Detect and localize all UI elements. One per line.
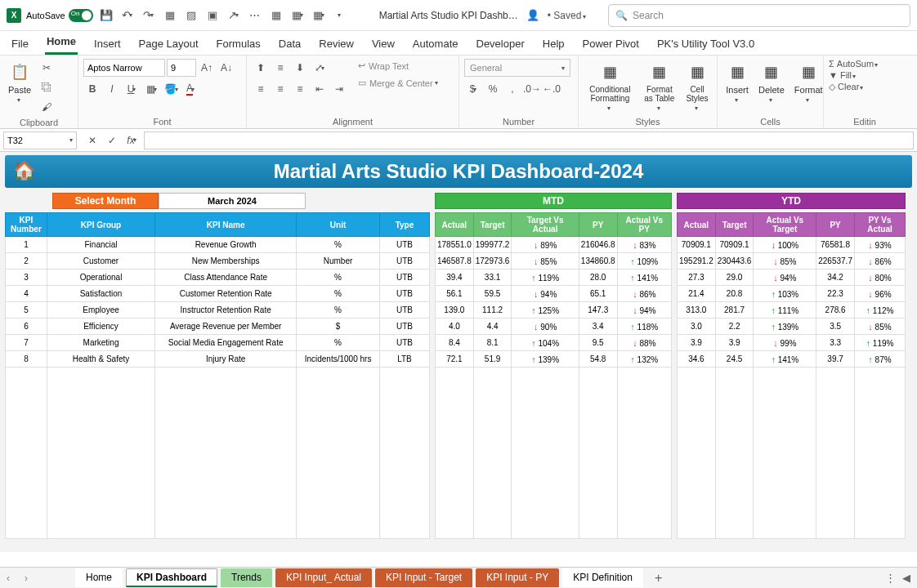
table-row[interactable]: 4SatisfactionCustomer Retention Rate%UTB bbox=[6, 286, 430, 302]
add-sheet-icon[interactable]: + bbox=[648, 571, 669, 586]
font-size-input[interactable] bbox=[167, 59, 196, 77]
month-value[interactable]: March 2024 bbox=[159, 193, 306, 209]
conditional-formatting-button[interactable]: ▦Conditional Formatting▾ bbox=[584, 59, 637, 114]
sheet-tab-kpi-definition[interactable]: KPI Definition bbox=[562, 568, 643, 587]
table-row[interactable]: 195291.2230443.6↓ 85%226537.7↓ 86% bbox=[678, 253, 906, 270]
decrease-font-icon[interactable]: A↓ bbox=[217, 59, 235, 77]
qa-icon2[interactable]: ▨ bbox=[183, 7, 199, 24]
sheet-tab-kpi-input-actual[interactable]: KPI Input_ Actual bbox=[275, 568, 372, 587]
prev-sheet-icon[interactable]: ‹ bbox=[7, 572, 20, 584]
ribbon-tab-formulas[interactable]: Formulas bbox=[215, 34, 262, 55]
table-row[interactable]: 6EfficiencyAverage Revenue per Member$UT… bbox=[6, 318, 430, 335]
formula-input[interactable] bbox=[144, 131, 914, 149]
table-row[interactable]: 34.624.5↑ 141%39.7↑ 87% bbox=[678, 351, 906, 368]
ribbon-tab-insert[interactable]: Insert bbox=[92, 34, 123, 55]
ribbon-tab-help[interactable]: Help bbox=[541, 34, 566, 55]
table-row[interactable]: 5EmployeeInstructor Retention Rate%UTB bbox=[6, 302, 430, 318]
sheet-tab-home[interactable]: Home bbox=[75, 568, 123, 587]
table-row[interactable]: 8Health & SafetyInjury RateIncidents/100… bbox=[6, 351, 430, 368]
table-row[interactable]: 27.329.0↓ 94%34.2↓ 80% bbox=[678, 270, 906, 286]
cancel-icon[interactable]: ✕ bbox=[83, 131, 101, 149]
qa-icon3[interactable]: ▣ bbox=[204, 7, 221, 24]
home-icon[interactable]: 🏠 bbox=[13, 160, 35, 181]
align-center-icon[interactable]: ≡ bbox=[271, 80, 289, 98]
table-row[interactable]: 39.433.1↑ 119%28.0↑ 141% bbox=[436, 270, 672, 286]
underline-icon[interactable]: U▾ bbox=[123, 80, 141, 98]
table-row[interactable]: 7MarketingSocial Media Engagement Rate%U… bbox=[6, 335, 430, 351]
scroll-left-icon[interactable]: ◀ bbox=[902, 572, 910, 584]
qa-icon[interactable]: ▦ bbox=[162, 7, 178, 24]
tab-options-icon[interactable]: ⋮ bbox=[885, 572, 896, 584]
qa-icon8[interactable]: ▦▾ bbox=[311, 7, 327, 24]
increase-indent-icon[interactable]: ⇥ bbox=[330, 80, 348, 98]
increase-font-icon[interactable]: A↑ bbox=[198, 59, 216, 77]
name-box[interactable]: T32▾ bbox=[3, 131, 77, 149]
sheet-tab-kpi-input-py[interactable]: KPI Input - PY bbox=[476, 568, 559, 587]
autosum-button[interactable]: Σ AutoSum ▾ bbox=[829, 59, 878, 69]
table-row[interactable]: 313.0281.7↑ 111%278.6↑ 112% bbox=[678, 302, 906, 318]
merge-center-button[interactable]: ▭ Merge & Center ▾ bbox=[356, 76, 440, 90]
decrease-decimal-icon[interactable]: ←.0 bbox=[543, 80, 561, 98]
autosave-toggle[interactable]: AutoSave On bbox=[26, 9, 93, 22]
insert-button[interactable]: ▦Insert▾ bbox=[722, 59, 752, 105]
toggle-switch[interactable]: On bbox=[69, 9, 93, 22]
ribbon-tab-pk-s-utility-tool-v3-0[interactable]: PK's Utility Tool V3.0 bbox=[655, 34, 756, 55]
table-row[interactable]: 178551.0199977.2↓ 89%216046.8↓ 83% bbox=[436, 237, 672, 253]
ribbon-tab-home[interactable]: Home bbox=[45, 32, 78, 55]
cell-styles-button[interactable]: ▦Cell Styles▾ bbox=[682, 59, 712, 114]
format-painter-icon[interactable]: 🖌 bbox=[38, 98, 56, 116]
comma-icon[interactable]: , bbox=[503, 80, 521, 98]
qa-icon6[interactable]: ▦ bbox=[268, 7, 284, 24]
worksheet-area[interactable]: 🏠 Martial Arts Studio KPI Dashboard-2024… bbox=[0, 152, 917, 552]
table-row[interactable]: 3.93.9↓ 99%3.3↑ 119% bbox=[678, 335, 906, 351]
copy-icon[interactable]: ⿻ bbox=[38, 78, 56, 96]
fill-button[interactable]: ▼ Fill ▾ bbox=[829, 70, 878, 80]
table-row[interactable]: 4.04.4↓ 90%3.4↑ 118% bbox=[436, 318, 672, 335]
delete-button[interactable]: ▦Delete▾ bbox=[755, 59, 788, 105]
next-sheet-icon[interactable]: › bbox=[25, 572, 38, 584]
ribbon-tab-power-pivot[interactable]: Power Pivot bbox=[581, 34, 641, 55]
qa-icon5[interactable]: ⋯ bbox=[247, 7, 263, 24]
percent-icon[interactable]: % bbox=[484, 80, 502, 98]
table-row[interactable]: 72.151.9↑ 139%54.8↑ 132% bbox=[436, 351, 672, 368]
enter-icon[interactable]: ✓ bbox=[103, 131, 121, 149]
table-row[interactable]: 1FinancialRevenue Growth%UTB bbox=[6, 237, 430, 253]
table-row[interactable]: 3OperationalClass Attendance Rate%UTB bbox=[6, 270, 430, 286]
align-left-icon[interactable]: ≡ bbox=[252, 80, 270, 98]
clear-button[interactable]: ◇ Clear ▾ bbox=[829, 82, 878, 92]
align-bottom-icon[interactable]: ⬇ bbox=[291, 59, 309, 77]
ribbon-tab-automate[interactable]: Automate bbox=[411, 34, 460, 55]
qa-icon4[interactable]: ↗▾ bbox=[226, 7, 242, 24]
ribbon-tab-data[interactable]: Data bbox=[277, 34, 302, 55]
currency-icon[interactable]: $▾ bbox=[464, 80, 482, 98]
align-right-icon[interactable]: ≡ bbox=[291, 80, 309, 98]
border-icon[interactable]: ▦▾ bbox=[142, 80, 160, 98]
table-row[interactable]: 2CustomerNew MembershipsNumberUTB bbox=[6, 253, 430, 270]
bold-icon[interactable]: B bbox=[83, 80, 101, 98]
qa-icon7[interactable]: ▦▾ bbox=[289, 7, 306, 24]
wrap-text-button[interactable]: ↩ Wrap Text bbox=[356, 59, 440, 73]
ribbon-tab-file[interactable]: File bbox=[10, 34, 30, 55]
italic-icon[interactable]: I bbox=[103, 80, 121, 98]
redo-icon[interactable]: ↷▾ bbox=[141, 7, 157, 24]
format-button[interactable]: ▦Format▾ bbox=[791, 59, 826, 105]
ribbon-tab-page-layout[interactable]: Page Layout bbox=[137, 34, 200, 55]
undo-icon[interactable]: ↶▾ bbox=[119, 7, 136, 24]
number-format-select[interactable]: General▾ bbox=[464, 59, 570, 77]
decrease-indent-icon[interactable]: ⇤ bbox=[311, 80, 329, 98]
fill-color-icon[interactable]: 🪣▾ bbox=[162, 80, 180, 98]
share-icon[interactable]: 👤 bbox=[525, 7, 541, 24]
increase-decimal-icon[interactable]: .0→ bbox=[523, 80, 541, 98]
table-row[interactable]: 21.420.8↑ 103%22.3↓ 96% bbox=[678, 286, 906, 302]
font-name-input[interactable] bbox=[83, 59, 165, 77]
qa-dropdown[interactable]: ▾ bbox=[332, 7, 348, 24]
ribbon-tab-review[interactable]: Review bbox=[317, 34, 356, 55]
sheet-tab-kpi-input-target[interactable]: KPI Input - Target bbox=[375, 568, 472, 587]
table-row[interactable]: 8.48.1↑ 104%9.5↓ 88% bbox=[436, 335, 672, 351]
paste-button[interactable]: 📋Paste▾ bbox=[5, 59, 34, 105]
table-row[interactable]: 3.02.2↑ 139%3.5↓ 85% bbox=[678, 318, 906, 335]
format-as-table-button[interactable]: ▦Format as Table▾ bbox=[640, 59, 679, 114]
table-row[interactable]: 146587.8172973.6↓ 85%134860.8↑ 109% bbox=[436, 253, 672, 270]
search-input[interactable]: 🔍 Search bbox=[608, 4, 910, 27]
sheet-tab-kpi-dashboard[interactable]: KPI Dashboard bbox=[126, 568, 217, 587]
